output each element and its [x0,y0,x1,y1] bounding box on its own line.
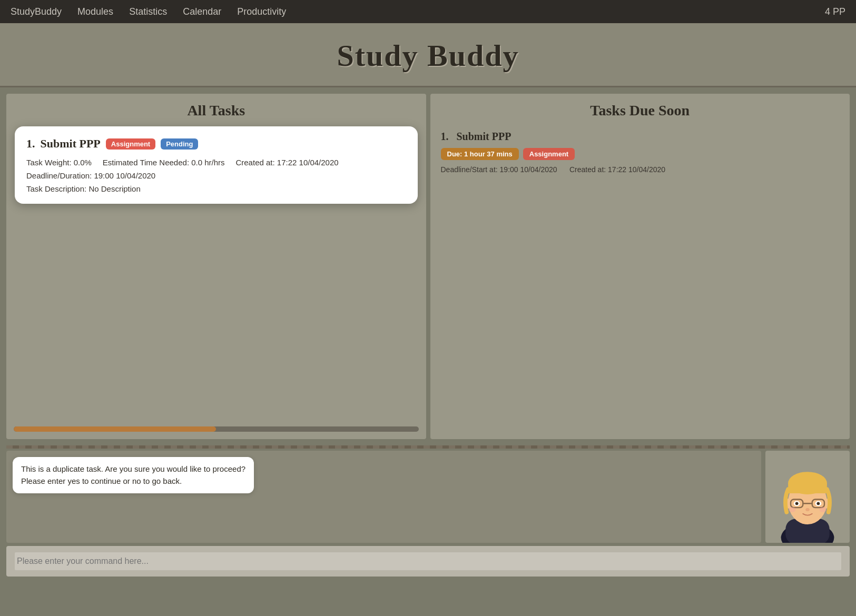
nav-statistics[interactable]: Statistics [129,6,167,17]
task-card[interactable]: 1. Submit PPP Assignment Pending Task We… [15,126,418,204]
due-type-badge: Assignment [523,148,575,160]
desc-value: No Description [88,184,140,193]
estimated-value: 0.0 hr/hrs [191,158,224,167]
task-meta-line2: Deadline/Duration: 19:00 10/04/2020 [26,171,406,180]
chat-bubble: This is a duplicate task. Are you sure y… [13,457,254,493]
app-title: Study Buddy [0,38,856,73]
progress-bar-container [14,426,419,432]
tasks-due-title: Tasks Due Soon [439,102,842,119]
badge-pending: Pending [161,138,198,150]
nav-calendar[interactable]: Calendar [183,6,221,17]
chat-line1: This is a duplicate task. Are you sure y… [21,464,245,473]
tasks-due-soon-panel: Tasks Due Soon 1. Submit PPP Due: 1 hour… [430,94,850,439]
task-meta-line1: Task Weight: 0.0% Estimated Time Needed:… [26,158,406,167]
due-deadline-value: 19:00 10/04/2020 [500,165,557,174]
task-card-header: 1. Submit PPP Assignment Pending [26,137,406,151]
due-deadline-label: Deadline/Start at: [441,165,498,174]
created-value: 17:22 10/04/2020 [277,158,339,167]
task-description: Task Description: No Description [26,184,406,193]
chat-area: This is a duplicate task. Are you sure y… [6,451,761,543]
created-label: Created at: [235,158,274,167]
badge-assignment: Assignment [106,138,155,150]
all-tasks-panel: All Tasks 1. Submit PPP Assignment Pendi… [6,94,426,439]
desc-label: Task Description: [26,184,86,193]
deadline-value: 19:00 10/04/2020 [94,171,155,180]
due-task-number: 1. [441,131,449,142]
command-bar [6,546,850,577]
avatar-svg [773,459,842,543]
pp-badge: 4 PP [825,6,845,17]
nav-productivity[interactable]: Productivity [237,6,286,17]
due-task-title: 1. Submit PPP [441,131,840,143]
navbar: StudyBuddy Modules Statistics Calendar P… [0,0,856,23]
estimated-label: Estimated Time Needed: [103,158,189,167]
nav-modules[interactable]: Modules [77,6,113,17]
chat-line2: Please enter yes to continue or no to go… [21,476,182,485]
task-title: Submit PPP [41,137,101,151]
all-tasks-title: All Tasks [15,102,418,119]
due-time-badge: Due: 1 hour 37 mins [441,148,519,160]
bottom-area: This is a duplicate task. Are you sure y… [6,451,850,543]
due-task-name: Submit PPP [457,131,511,142]
avatar-area [765,451,850,543]
stripe-divider [6,445,850,449]
nav-brand[interactable]: StudyBuddy [11,6,62,17]
svg-rect-5 [788,483,827,493]
svg-point-14 [816,502,820,505]
task-weight-label: Task Weight: [26,158,72,167]
due-created-label: Created at: [569,165,606,174]
due-meta: Deadline/Start at: 19:00 10/04/2020 Crea… [441,165,840,174]
due-created-value: 17:22 10/04/2020 [608,165,665,174]
app-header: Study Buddy [0,23,856,87]
due-badges: Due: 1 hour 37 mins Assignment [441,148,840,160]
progress-bar-fill [14,426,216,432]
svg-point-17 [819,507,827,512]
svg-point-15 [805,508,810,511]
due-task-item: 1. Submit PPP Due: 1 hour 37 mins Assign… [439,126,842,178]
task-weight-value: 0.0% [74,158,92,167]
svg-point-13 [795,502,799,505]
svg-point-16 [789,507,796,512]
task-number: 1. [26,137,35,151]
command-input[interactable] [15,552,841,570]
main-content: All Tasks 1. Submit PPP Assignment Pendi… [0,87,856,445]
deadline-label: Deadline/Duration: [26,171,92,180]
